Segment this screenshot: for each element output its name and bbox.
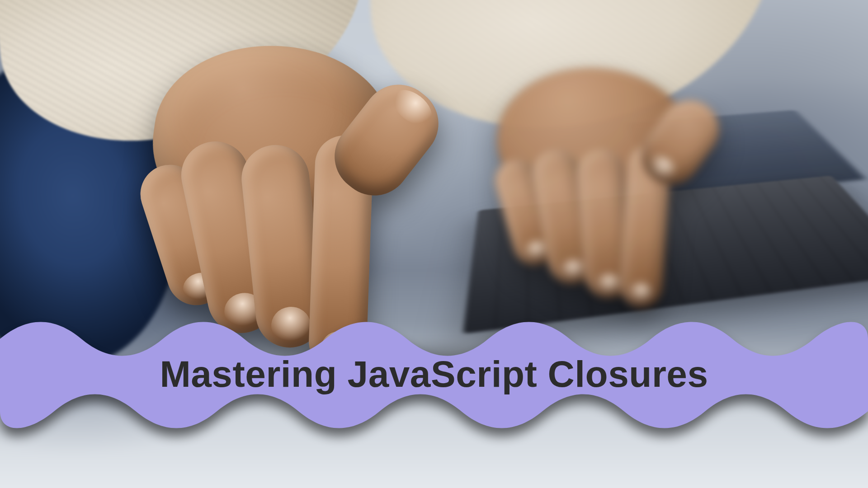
title-banner: Mastering JavaScript Closures — [0, 312, 868, 438]
thumbnail-card: Mastering JavaScript Closures — [0, 0, 868, 488]
photo-hand-right — [479, 54, 760, 307]
title-text: Mastering JavaScript Closures — [0, 353, 868, 395]
